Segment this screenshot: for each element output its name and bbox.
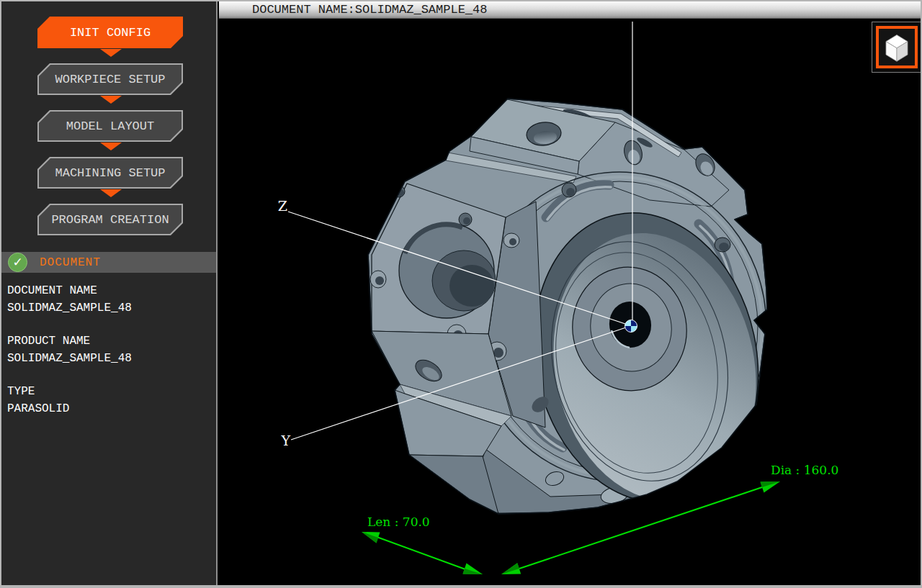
step-label: PROGRAM CREATION (39, 205, 182, 234)
field-value: SOLIDMAZ_SAMPLE_48 (7, 350, 132, 367)
part-model (368, 99, 784, 523)
flow-arrow-down-icon (100, 189, 122, 197)
workflow-sidebar: INIT CONFIG WORKPIECE SETUP MODEL LAYOUT… (1, 1, 218, 585)
axis-z-label: Z (278, 198, 287, 214)
document-section-header: ✓ DOCUMENT (1, 252, 216, 273)
field-value: PARASOLID (7, 400, 132, 417)
step-machining-setup[interactable]: MACHINING SETUP (37, 157, 183, 189)
viewport-canvas[interactable]: Z Y Len : 70.0 (219, 19, 921, 585)
step-init-config[interactable]: INIT CONFIG (37, 17, 183, 48)
view-cube-button[interactable] (872, 22, 922, 73)
dimension-diameter-label: Dia : 160.0 (771, 463, 838, 477)
origin-marker (625, 320, 637, 333)
dimension-length-label: Len : 70.0 (367, 515, 430, 529)
type-field: TYPE PARASOLID (7, 383, 132, 417)
step-label: MACHINING SETUP (39, 158, 182, 187)
viewport-title-text: DOCUMENT NAME:SOLIDMAZ_SAMPLE_48 (252, 3, 487, 17)
product-name-field: PRODUCT NAME SOLIDMAZ_SAMPLE_48 (7, 333, 132, 367)
dimension-length: Len : 70.0 (362, 515, 483, 574)
document-section-title: DOCUMENT (40, 256, 101, 269)
application-window: INIT CONFIG WORKPIECE SETUP MODEL LAYOUT… (0, 0, 922, 588)
step-workpiece-setup[interactable]: WORKPIECE SETUP (37, 63, 183, 95)
field-label: TYPE (7, 383, 132, 400)
flow-arrow-down-icon (100, 143, 122, 150)
step-label: INIT CONFIG (37, 17, 183, 48)
axis-y-label: Y (280, 433, 290, 448)
step-model-layout[interactable]: MODEL LAYOUT (37, 110, 183, 142)
viewport-3d: DOCUMENT NAME:SOLIDMAZ_SAMPLE_48 (219, 1, 921, 585)
document-name-field: DOCUMENT NAME SOLIDMAZ_SAMPLE_48 (7, 282, 132, 317)
scene-svg: Z Y Len : 70.0 (219, 19, 921, 585)
field-value: SOLIDMAZ_SAMPLE_48 (7, 299, 132, 317)
step-program-creation[interactable]: PROGRAM CREATION (37, 204, 183, 235)
step-label: MODEL LAYOUT (39, 112, 182, 140)
flow-arrow-down-icon (100, 49, 122, 57)
step-label: WORKPIECE SETUP (39, 65, 182, 94)
viewport-title-bar: DOCUMENT NAME:SOLIDMAZ_SAMPLE_48 (219, 1, 921, 19)
document-info-panel: DOCUMENT NAME SOLIDMAZ_SAMPLE_48 PRODUCT… (7, 282, 132, 433)
check-icon: ✓ (8, 253, 27, 272)
field-label: DOCUMENT NAME (7, 282, 132, 299)
flow-arrow-down-icon (100, 96, 122, 104)
field-label: PRODUCT NAME (7, 333, 132, 350)
view-cube-icon (879, 30, 915, 65)
